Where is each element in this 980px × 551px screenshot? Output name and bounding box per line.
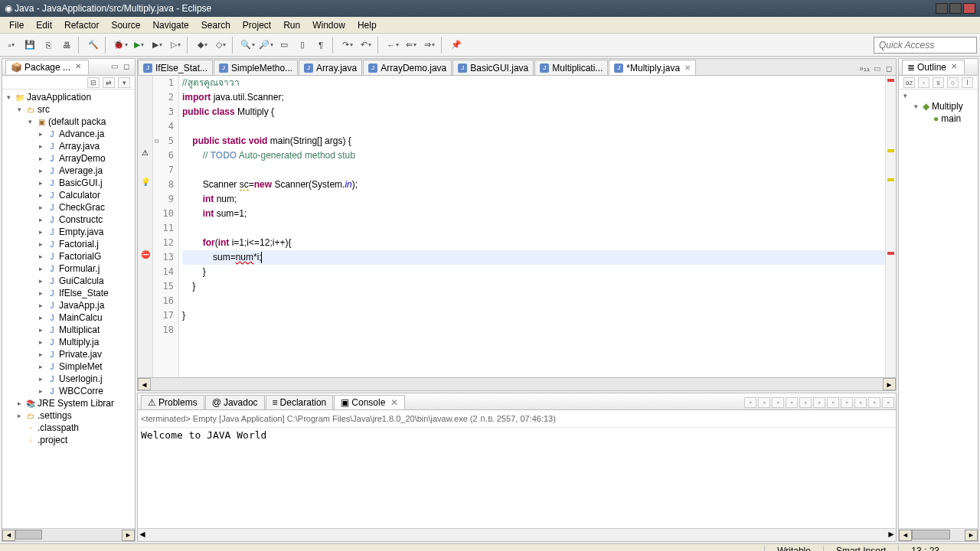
- tree-twisty-icon[interactable]: ▸: [36, 363, 45, 370]
- java-file[interactable]: ▸JUserlogin.j: [4, 373, 133, 385]
- gutter-marker-icon[interactable]: ⚠: [138, 148, 152, 163]
- save-button[interactable]: 💾: [21, 37, 38, 54]
- jre-library[interactable]: ▸📚JRE System Librar: [4, 397, 133, 409]
- close-view-icon[interactable]: ✕: [73, 62, 83, 73]
- menu-refactor[interactable]: Refactor: [58, 18, 105, 32]
- java-file[interactable]: ▸JFactorial.j: [4, 238, 133, 250]
- quick-access-input[interactable]: [874, 37, 977, 54]
- tree-twisty-icon[interactable]: ▸: [36, 289, 45, 297]
- java-file[interactable]: ▸JAverage.ja: [4, 165, 133, 177]
- toggle-mark-button[interactable]: ▯: [294, 37, 311, 54]
- menu-help[interactable]: Help: [351, 18, 383, 32]
- code-line[interactable]: // TODO Auto-generated method stub: [182, 148, 885, 163]
- tree-twisty-icon[interactable]: ▸: [36, 253, 45, 260]
- min-button[interactable]: ▫: [868, 397, 880, 408]
- pin-button[interactable]: ▫: [827, 397, 839, 408]
- menu-file[interactable]: File: [3, 18, 30, 32]
- tree-twisty-icon[interactable]: ▸: [15, 399, 24, 407]
- code-line[interactable]: Scanner sc=new Scanner(System.in);: [182, 178, 885, 192]
- code-line[interactable]: }: [182, 265, 885, 279]
- display-button[interactable]: ▫: [841, 397, 853, 408]
- code-line[interactable]: int sum=1;: [182, 207, 885, 221]
- gutter-marker-icon[interactable]: 💡: [138, 178, 152, 192]
- project-node[interactable]: ▾📁JavaApplication: [4, 91, 133, 103]
- tree-twisty-icon[interactable]: ▸: [15, 412, 24, 419]
- clear-button[interactable]: ▫: [786, 397, 798, 408]
- scroll-lock-button[interactable]: ▫: [799, 397, 812, 408]
- java-file[interactable]: ▸JCalculator: [4, 189, 133, 201]
- editor-tab[interactable]: JIfElse_Stat...: [138, 60, 213, 75]
- warning-marker-icon[interactable]: [887, 178, 894, 181]
- print-button[interactable]: 🖶: [58, 37, 75, 54]
- hide-fields-button[interactable]: ◦: [918, 77, 929, 88]
- hide-nonpublic-button[interactable]: ○: [947, 77, 959, 88]
- editor-tab[interactable]: J*Multiply.java✕: [609, 60, 696, 75]
- error-marker-icon[interactable]: [887, 79, 894, 82]
- minimize-editor-button[interactable]: ▭: [871, 64, 882, 75]
- java-file[interactable]: ▸JMultiply.ja: [4, 336, 133, 348]
- java-file[interactable]: ▸JWBCCorre: [4, 385, 133, 397]
- tree-twisty-icon[interactable]: ▾: [15, 106, 24, 113]
- java-file[interactable]: ▸JPrivate.jav: [4, 348, 133, 360]
- java-file[interactable]: ▸JCheckGrac: [4, 201, 133, 214]
- new-button[interactable]: ▫: [3, 37, 20, 54]
- project-file[interactable]: ▫.project: [4, 434, 133, 446]
- collapse-all-button[interactable]: ⊟: [87, 77, 100, 88]
- tree-twisty-icon[interactable]: ▸: [36, 142, 45, 150]
- terminate-button[interactable]: ▫: [744, 397, 756, 408]
- explorer-hscrollbar[interactable]: ◄ ►: [2, 528, 135, 541]
- last-edit-button[interactable]: ←: [384, 37, 401, 54]
- java-file[interactable]: ▸JMultiplicat: [4, 324, 133, 336]
- code-line[interactable]: sum=num*i;: [182, 250, 885, 265]
- remove-all-button[interactable]: ▫: [772, 397, 784, 408]
- tree-twisty-icon[interactable]: ▸: [36, 216, 45, 223]
- back-button[interactable]: ⇐: [403, 37, 420, 54]
- next-annotation-button[interactable]: ↷: [339, 37, 356, 54]
- gutter-marker-icon[interactable]: ⛔: [138, 250, 152, 265]
- tree-twisty-icon[interactable]: ▸: [36, 338, 45, 346]
- java-file[interactable]: ▸JFormular.j: [4, 262, 133, 275]
- pin-button[interactable]: 📌: [448, 37, 465, 54]
- tree-twisty-icon[interactable]: ▸: [36, 314, 45, 321]
- outline-hscrollbar[interactable]: ◄ ►: [899, 528, 978, 541]
- new-class-button[interactable]: ◆: [194, 37, 211, 54]
- coverage-button[interactable]: ▶: [149, 37, 165, 54]
- editor-tab[interactable]: JArrayDemo.java: [363, 60, 452, 75]
- code-line[interactable]: public class Multiply {: [182, 105, 885, 119]
- show-console-button[interactable]: ▫: [813, 397, 825, 408]
- scroll-right-button[interactable]: ►: [887, 529, 896, 541]
- outline-root[interactable]: ▾: [900, 91, 976, 100]
- minimize-view-button[interactable]: ▭: [109, 62, 119, 73]
- code-line[interactable]: [182, 294, 885, 308]
- code-line[interactable]: [182, 323, 885, 337]
- menu-source[interactable]: Source: [105, 18, 146, 32]
- classpath-file[interactable]: ▫.classpath: [4, 422, 133, 434]
- tree-twisty-icon[interactable]: ▸: [36, 277, 45, 285]
- settings-folder[interactable]: ▸🗀.settings: [4, 409, 133, 422]
- overview-ruler[interactable]: [885, 76, 896, 377]
- outline-tree[interactable]: ▾▾◆Multiply●main: [899, 90, 978, 528]
- editor-hscrollbar[interactable]: ◄ ►: [137, 378, 897, 391]
- scroll-right-button[interactable]: ►: [965, 530, 978, 541]
- package-explorer-tab[interactable]: 📦 Package ... ✕: [5, 60, 89, 74]
- maximize-editor-button[interactable]: ◻: [884, 64, 894, 75]
- java-file[interactable]: ▸JBasicGUI.j: [4, 177, 133, 189]
- java-file[interactable]: ▸JIfElse_State: [4, 287, 133, 299]
- scroll-left-button[interactable]: ◄: [899, 530, 912, 541]
- panel-tab-declaration[interactable]: ≡Declaration: [266, 395, 334, 409]
- menu-navigate[interactable]: Navigate: [146, 18, 194, 32]
- editor-tab[interactable]: JBasicGUI.java: [452, 60, 534, 75]
- tree-twisty-icon[interactable]: ▾: [25, 118, 34, 126]
- java-file[interactable]: ▸JJavaApp.ja: [4, 299, 133, 311]
- src-folder[interactable]: ▾🗀src: [4, 103, 133, 116]
- tree-twisty-icon[interactable]: ▸: [36, 326, 45, 334]
- toggle-breadcrumb-button[interactable]: ▭: [276, 37, 292, 54]
- new-package-button[interactable]: ◇: [212, 37, 229, 54]
- link-editor-button[interactable]: ⇄: [103, 77, 115, 88]
- code-line[interactable]: public static void main(String[] args) {: [182, 134, 885, 148]
- outline-tab[interactable]: ≣ Outline ✕: [902, 60, 965, 74]
- maximize-view-button[interactable]: ◻: [121, 62, 132, 73]
- tree-twisty-icon[interactable]: ▸: [36, 191, 45, 199]
- package-tree[interactable]: ▾📁JavaApplication▾🗀src▾▣(default packa▸J…: [2, 90, 135, 528]
- tab-overflow-button[interactable]: »₁₁: [859, 64, 870, 75]
